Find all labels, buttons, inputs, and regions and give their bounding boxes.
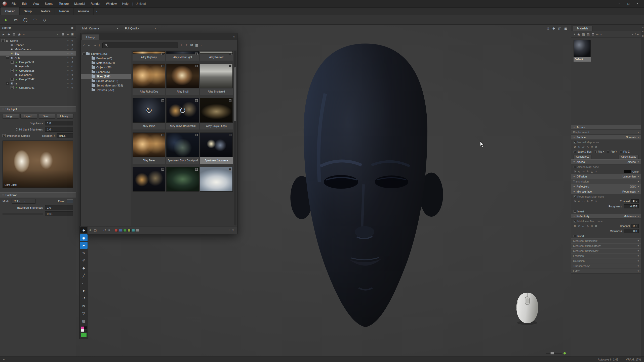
library-item[interactable]: Alley Tokyo Shops — [200, 98, 233, 129]
brush-tool-icon[interactable]: ✐ — [80, 257, 88, 264]
section-reflectivity[interactable]: Reflectivity: Metalness — [571, 214, 641, 219]
library-folder-row[interactable]: Smart Masks (18) — [81, 79, 131, 83]
microsurface-mode-dropdown[interactable]: Roughness — [622, 190, 639, 193]
minimize-button[interactable]: − — [615, 1, 624, 7]
sky-thumbnail[interactable] — [133, 98, 165, 123]
expander-icon[interactable] — [11, 61, 14, 64]
sky-thumbnail[interactable] — [133, 132, 165, 157]
row-visibility-icons[interactable] — [67, 44, 74, 46]
layers-icon[interactable]: ▤ — [13, 33, 15, 36]
collapse-panel-icon[interactable]: ⊟ — [642, 30, 643, 33]
minus-icon[interactable]: − — [632, 33, 633, 36]
sky-thumbnail[interactable] — [166, 51, 199, 54]
collapsed-section-header[interactable]: Emission: — [571, 253, 641, 258]
sphere-preview-icon[interactable]: ◉ — [577, 33, 580, 36]
scene-tree-row[interactable]: Group15625 — [0, 68, 76, 73]
line-tool-icon[interactable]: ╱ — [80, 272, 88, 279]
bucket-tool-icon[interactable]: ▽ — [80, 310, 88, 317]
row-visibility-icons[interactable] — [67, 86, 74, 89]
checker-icon[interactable]: ▦ — [582, 33, 585, 36]
home-icon[interactable]: ⌂ — [83, 43, 85, 47]
add-material-icon[interactable]: + — [574, 33, 575, 36]
visibility-eye-icon[interactable]: ◉ — [80, 234, 88, 241]
save-button[interactable]: Save... — [39, 114, 55, 119]
popout-panel-icon[interactable]: ▣ — [71, 26, 73, 29]
library-item[interactable] — [166, 167, 199, 192]
link-icon[interactable]: ∞ — [23, 33, 25, 36]
dock-panel-icon[interactable]: ⊞ — [642, 26, 643, 28]
section-surface[interactable]: Surface: Normals — [571, 135, 641, 140]
magenta-swatch[interactable] — [81, 327, 84, 329]
up-icon[interactable]: ↑ — [99, 43, 100, 47]
sky-thumbnail[interactable] — [133, 167, 165, 192]
backdrop-color-swatch[interactable] — [67, 199, 73, 203]
dark-swatch[interactable] — [84, 329, 87, 332]
albedo-mode-dropdown[interactable]: Albedo — [627, 160, 639, 163]
forward-icon[interactable]: → — [93, 43, 96, 47]
diffusion-mode-dropdown[interactable]: Lambertian — [623, 175, 639, 178]
sky-thumbnail[interactable] — [166, 64, 199, 88]
library-item[interactable]: Alley Shuttered — [200, 64, 233, 95]
expander-icon[interactable] — [6, 82, 9, 85]
rotation-field[interactable]: 501.5 — [57, 133, 73, 138]
back-icon[interactable]: ← — [88, 43, 91, 47]
workspace-tab[interactable]: Animate — [74, 8, 94, 15]
edit-icon[interactable]: ✎ — [587, 224, 589, 228]
white-swatch[interactable] — [81, 329, 84, 332]
search-icon[interactable]: ⊙ — [578, 145, 580, 149]
library-folder-row[interactable]: Objects (28) — [81, 65, 131, 70]
collapsed-section-header[interactable]: Extra: — [571, 268, 641, 274]
collapsed-section-header[interactable]: Clearcoat Reflectivity: — [571, 248, 641, 253]
plus-icon[interactable]: + — [637, 33, 639, 36]
rotation-spinner-icon[interactable] — [54, 134, 56, 137]
expander-icon[interactable] — [2, 39, 5, 42]
sky-thumbnail[interactable] — [200, 98, 233, 123]
more-options-icon[interactable] — [228, 229, 234, 232]
pointer-tool-icon[interactable]: ► — [80, 242, 88, 249]
row-visibility-icons[interactable] — [67, 52, 74, 55]
arrow-down-icon[interactable]: ↓ — [99, 229, 101, 232]
list-view-icon[interactable]: ≡ — [108, 229, 110, 232]
thumbnail-checkbox[interactable] — [229, 53, 231, 55]
add-folder-icon[interactable]: ⊞ — [62, 33, 64, 36]
object-space-button[interactable]: Object Space — [619, 155, 639, 159]
metalness-map-checkbox[interactable] — [574, 220, 576, 222]
copy-icon[interactable]: C — [591, 170, 593, 173]
scene-tree-row[interactable]: Scene — [0, 38, 76, 43]
tag-red[interactable] — [115, 229, 118, 232]
library-item[interactable]: Alley Moon Light — [166, 51, 199, 61]
eraser-tool-icon[interactable]: ▭ — [80, 280, 88, 287]
sky-thumbnail[interactable] — [166, 167, 199, 192]
child-brightness-field[interactable]: 1.0 — [45, 127, 73, 132]
sky-thumbnail[interactable] — [166, 98, 199, 123]
library-item[interactable]: Alley Tokyo — [133, 98, 165, 129]
dot-tool-icon[interactable]: ● — [80, 287, 88, 294]
maximize-button[interactable]: □ — [624, 1, 633, 7]
black-swatch[interactable] — [84, 327, 87, 329]
tag-green[interactable] — [123, 229, 126, 232]
viewport-zoom-slider[interactable] — [546, 351, 569, 355]
expand-panel-icon[interactable]: ⊞ — [564, 27, 567, 30]
menu-item[interactable]: Material — [71, 1, 88, 7]
gear-icon[interactable]: ⚙ — [574, 200, 576, 203]
library-item[interactable]: Alley Shoji — [166, 64, 199, 95]
thumbnail-checkbox[interactable] — [195, 99, 198, 102]
pin-icon[interactable]: ✚ — [8, 33, 10, 36]
slider-track[interactable] — [546, 353, 562, 354]
list-icon[interactable]: ≡ — [67, 33, 69, 36]
section-albedo[interactable]: Albedo: Albedo — [571, 159, 641, 164]
albedo-color-swatch[interactable] — [624, 170, 631, 173]
library-item[interactable]: Alley Trees — [133, 132, 165, 164]
section-microsurface[interactable]: Microsurface: Roughness — [571, 189, 641, 194]
download-icon[interactable]: ⇓ — [89, 229, 91, 232]
gear-icon[interactable]: ⚙ — [574, 170, 576, 173]
copy-icon[interactable]: C — [591, 145, 593, 149]
row-visibility-icons[interactable] — [67, 78, 74, 80]
scene-tree-row[interactable]: Group32342 — [0, 77, 76, 81]
material-name-label[interactable]: Default — [574, 57, 591, 62]
menu-item[interactable]: View — [30, 1, 42, 7]
section-transmission[interactable]: Transmission: — [571, 179, 641, 184]
sky-thumbnail[interactable] — [166, 132, 199, 157]
tag-teal[interactable] — [132, 229, 135, 232]
clear-icon[interactable]: ✕ — [595, 224, 597, 228]
